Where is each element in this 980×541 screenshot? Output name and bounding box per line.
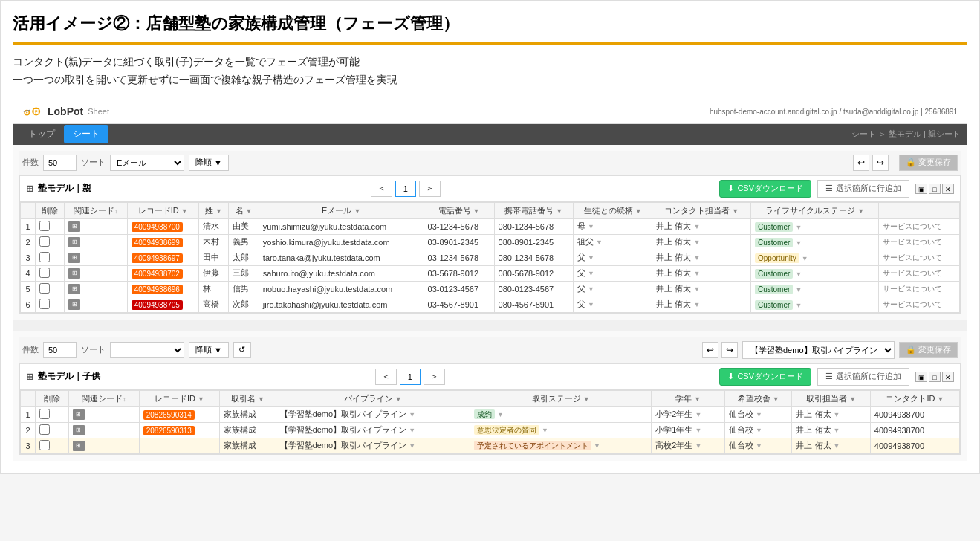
view-icon-2[interactable]: □ (929, 184, 941, 194)
row-lifecycle[interactable]: Customer ▼ (751, 234, 879, 250)
child-sort-select[interactable] (110, 342, 184, 358)
child-row-del[interactable] (36, 422, 69, 438)
child-row-stage[interactable]: 成約 ▼ (470, 406, 651, 422)
row-lifecycle[interactable]: Opportunity ▼ (751, 250, 879, 265)
child-select-btn[interactable]: ☰ 選択箇所に行追加 (817, 368, 909, 386)
child-row-related[interactable]: ⊞ (68, 406, 139, 422)
child-order-btn[interactable]: 降順 ▼ (189, 342, 229, 358)
child-row-record-id[interactable]: 20826590313 (139, 422, 219, 438)
row-del[interactable] (36, 297, 65, 312)
child-refresh-btn[interactable]: ↺ (233, 342, 251, 358)
parent-select-btn[interactable]: ☰ 選択箇所に行追加 (817, 180, 909, 198)
child-row-owner[interactable]: 井上 侑太 ▼ (792, 422, 870, 438)
child-row-record-id[interactable]: 20826590314 (139, 406, 219, 422)
child-row-grade[interactable]: 高校2年生 ▼ (652, 438, 725, 453)
child-prev-btn[interactable]: ＜ (375, 369, 397, 385)
child-view-icon-3[interactable]: ✕ (942, 372, 954, 382)
row-first-name[interactable]: 三郎 (229, 265, 259, 281)
child-next-btn[interactable]: ＞ (424, 369, 445, 385)
child-row-deal-name[interactable]: 家族構成 (220, 422, 276, 438)
row-last-name[interactable]: 林 (198, 281, 229, 297)
child-row-stage[interactable]: 意思決定者の賛同 ▼ (470, 422, 651, 438)
child-row-deal-name[interactable]: 家族構成 (220, 406, 276, 422)
child-row-pipeline[interactable]: 【学習塾demo】取引パイプライン ▼ (276, 438, 470, 453)
row-first-name[interactable]: 由美 (229, 218, 259, 234)
row-last-name[interactable]: 伊藤 (198, 265, 229, 281)
parent-save-btn[interactable]: 🔒 変更保存 (899, 155, 958, 171)
child-save-btn[interactable]: 🔒 変更保存 (899, 342, 958, 358)
child-redo-btn[interactable]: ↪ (721, 342, 738, 358)
row-lifecycle[interactable]: Customer ▼ (751, 218, 879, 234)
parent-csv-btn[interactable]: ⬇ CSVダウンロード (719, 180, 811, 198)
row-related[interactable]: ⊞ (65, 297, 127, 312)
row-relation[interactable]: 父 ▼ (573, 250, 652, 265)
parent-next-btn[interactable]: ＞ (419, 181, 441, 197)
row-first-name[interactable]: 太郎 (229, 250, 259, 265)
row-del[interactable] (36, 281, 65, 297)
row-contact[interactable]: 井上 侑太 ▼ (652, 281, 751, 297)
nav-sheet[interactable]: シート (64, 125, 108, 143)
row-last-name[interactable]: 清水 (198, 218, 229, 234)
row-last-name[interactable]: 木村 (198, 234, 229, 250)
row-first-name[interactable]: 信男 (229, 281, 259, 297)
child-view-icon-1[interactable]: ▣ (915, 372, 927, 382)
nav-top[interactable]: トップ (19, 125, 64, 143)
row-contact[interactable]: 井上 侑太 ▼ (652, 234, 751, 250)
row-lifecycle[interactable]: Customer ▼ (751, 265, 879, 281)
row-relation[interactable]: 祖父 ▼ (573, 234, 652, 250)
row-record-id[interactable]: 40094938696 (127, 281, 198, 297)
child-row-related[interactable]: ⊞ (68, 438, 139, 453)
row-del[interactable] (36, 265, 65, 281)
view-icon-1[interactable]: ▣ (915, 184, 927, 194)
row-relation[interactable]: 母 ▼ (573, 218, 652, 234)
row-related[interactable]: ⊞ (65, 234, 127, 250)
child-row-stage[interactable]: 予定されているアポイントメント ▼ (470, 438, 651, 453)
sort-select[interactable]: Eメール (110, 155, 184, 171)
row-contact[interactable]: 井上 侑太 ▼ (652, 265, 751, 281)
row-record-id[interactable]: 40094938700 (127, 218, 198, 234)
order-btn[interactable]: 降順 ▼ (189, 155, 229, 171)
row-last-name[interactable]: 田中 (198, 250, 229, 265)
child-row-school[interactable]: 仙台校 ▼ (725, 422, 792, 438)
parent-prev-btn[interactable]: ＜ (371, 181, 392, 197)
row-lifecycle[interactable]: Customer ▼ (751, 281, 879, 297)
child-row-owner[interactable]: 井上 侑太 ▼ (792, 406, 870, 422)
child-row-school[interactable]: 仙台校 ▼ (725, 438, 792, 453)
row-contact[interactable]: 井上 侑太 ▼ (652, 218, 751, 234)
row-record-id[interactable]: 40094938699 (127, 234, 198, 250)
row-contact[interactable]: 井上 侑太 ▼ (652, 297, 751, 312)
child-row-del[interactable] (36, 406, 69, 422)
row-first-name[interactable]: 義男 (229, 234, 259, 250)
child-row-deal-name[interactable]: 家族構成 (220, 438, 276, 453)
child-row-pipeline[interactable]: 【学習塾demo】取引パイプライン ▼ (276, 422, 470, 438)
row-del[interactable] (36, 234, 65, 250)
row-related[interactable]: ⊞ (65, 218, 127, 234)
row-record-id[interactable]: 40094938705 (127, 297, 198, 312)
child-row-related[interactable]: ⊞ (68, 422, 139, 438)
child-row-record-id[interactable] (139, 438, 219, 453)
child-undo-btn[interactable]: ↩ (702, 342, 718, 358)
row-last-name[interactable]: 高橋 (198, 297, 229, 312)
child-row-school[interactable]: 仙台校 ▼ (725, 406, 792, 422)
child-row-pipeline[interactable]: 【学習塾demo】取引パイプライン ▼ (276, 406, 470, 422)
row-first-name[interactable]: 次郎 (229, 297, 259, 312)
undo-btn[interactable]: ↩ (853, 155, 869, 171)
count-input[interactable] (43, 155, 77, 171)
row-del[interactable] (36, 218, 65, 234)
row-relation[interactable]: 父 ▼ (573, 265, 652, 281)
row-related[interactable]: ⊞ (65, 265, 127, 281)
child-csv-btn[interactable]: ⬇ CSVダウンロード (719, 368, 811, 386)
row-relation[interactable]: 父 ▼ (573, 297, 652, 312)
child-row-grade[interactable]: 小学2年生 ▼ (652, 406, 725, 422)
row-contact[interactable]: 井上 侑太 ▼ (652, 250, 751, 265)
view-icon-3[interactable]: ✕ (942, 184, 954, 194)
row-record-id[interactable]: 40094938702 (127, 265, 198, 281)
child-view-icon-2[interactable]: □ (929, 372, 941, 382)
row-relation[interactable]: 父 ▼ (573, 281, 652, 297)
row-del[interactable] (36, 250, 65, 265)
row-lifecycle[interactable]: Customer ▼ (751, 297, 879, 312)
child-row-grade[interactable]: 小学1年生 ▼ (652, 422, 725, 438)
child-count-input[interactable] (43, 342, 77, 358)
row-record-id[interactable]: 40094938697 (127, 250, 198, 265)
child-row-owner[interactable]: 井上 侑太 ▼ (792, 438, 870, 453)
